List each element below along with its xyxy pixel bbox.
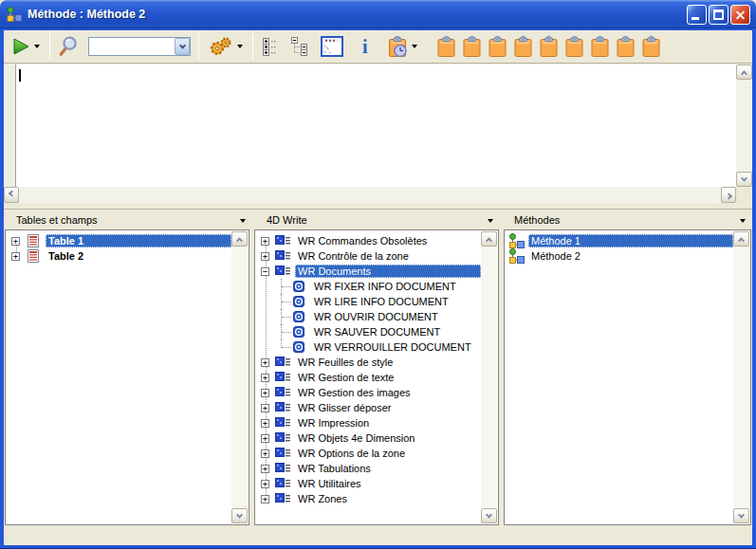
tree-item[interactable]: +Table 1 [7,233,231,248]
search-combobox[interactable] [88,37,191,56]
expander-plus-icon[interactable]: + [261,495,269,503]
combo-dropdown-button[interactable] [175,38,190,55]
panel-menu-arrow-icon[interactable] [488,219,493,223]
tree-item-label: Méthode 1 [528,234,733,247]
scroll-up-button[interactable] [733,231,749,247]
toolbar-separator [252,33,253,60]
tree-item[interactable]: +WR Objets 4e Dimension [256,430,481,446]
theme-icon [275,385,291,400]
expander-plus-icon[interactable]: + [261,434,269,443]
tree-item[interactable]: −WR Documents [256,264,481,279]
scroll-down-button[interactable] [231,508,248,523]
editor-horizontal-scrollbar[interactable] [4,187,736,203]
minimize-button[interactable] [687,5,707,25]
tree-item[interactable]: WR OUVRIR DOCUMENT [256,309,481,324]
tree-item[interactable]: +WR Glisser déposer [256,400,481,415]
tree-item[interactable]: +WR Tabulations [256,461,481,476]
panel-write: +WR Commandes Obsolètes+WR Contrôle de l… [254,229,499,525]
expand-all-button[interactable] [261,36,281,58]
window-content: i [4,28,752,545]
scroll-up-button[interactable] [481,231,497,247]
tree-item[interactable]: +WR Commandes Obsolètes [256,233,481,248]
close-button[interactable] [730,5,750,25]
run-method-button[interactable] [9,35,42,58]
close-icon [735,9,746,20]
form-window-button[interactable] [319,34,345,59]
expander-plus-icon[interactable]: + [11,252,20,261]
clipboard-button[interactable] [486,34,509,60]
macros-button[interactable] [207,34,245,59]
expander-plus-icon[interactable]: + [261,419,269,428]
expander-plus-icon[interactable]: + [261,252,269,261]
maximize-button[interactable] [709,5,728,25]
panel-scrollbar[interactable] [481,231,497,523]
theme-icon [275,400,291,415]
theme-icon [275,430,291,446]
scroll-up-button[interactable] [736,64,752,80]
clipboard-icon [436,36,456,58]
tree-gutter: + [256,434,275,443]
expander-plus-icon[interactable]: + [11,237,20,246]
panel-scrollbar[interactable] [231,231,248,523]
tree-item[interactable]: +Table 2 [7,248,231,264]
clipboard-icon [462,36,482,58]
expander-plus-icon[interactable]: + [261,389,269,397]
tree-item-label: WR OUVRIR DOCUMENT [311,310,481,323]
expander-plus-icon[interactable]: + [261,237,269,246]
clipboard-button[interactable] [614,34,637,60]
clipboard-button[interactable] [511,34,535,60]
editor-text-area[interactable] [17,64,736,187]
tree-item[interactable]: WR SAUVER DOCUMENT [256,324,481,339]
tree-item[interactable]: Méthode 1 [506,233,733,248]
expander-plus-icon[interactable]: + [261,465,269,473]
table-icon [26,248,42,264]
collapse-all-button[interactable] [288,35,311,58]
panel-scrollbar[interactable] [733,231,749,523]
expander-plus-icon[interactable]: + [261,358,269,367]
tree-item[interactable]: +WR Gestion des images [256,385,481,400]
tree-item[interactable]: WR FIXER INFO DOCUMENT [256,279,481,294]
expander-plus-icon[interactable]: + [261,449,269,458]
window-title: Méthode : Méthode 2 [28,8,687,21]
theme-icon [275,415,291,430]
chevron-left-icon [8,191,14,197]
scroll-right-button[interactable] [721,187,736,203]
tree-item[interactable]: +WR Zones [256,491,481,506]
scroll-down-button[interactable] [736,172,752,187]
clipboard-button[interactable] [588,34,612,60]
scroll-down-button[interactable] [733,508,749,523]
title-bar[interactable]: Méthode : Méthode 2 [0,0,756,28]
panel-menu-arrow-icon[interactable] [740,219,746,223]
clipboard-history-button[interactable] [385,34,419,60]
tree-branch [281,294,291,309]
scroll-left-button[interactable] [4,187,19,203]
tree-item[interactable]: +WR Contrôle de la zone [256,248,481,264]
tree-item[interactable]: WR LIRE INFO DOCUMENT [256,294,481,309]
expander-minus-icon[interactable]: − [261,267,269,276]
expander-plus-icon[interactable]: + [261,404,269,412]
clipboard-button[interactable] [460,34,484,60]
panel-menu-arrow-icon[interactable] [240,219,246,223]
tree-item[interactable]: +WR Utilitaires [256,476,481,491]
scroll-up-button[interactable] [231,231,248,247]
tree-item[interactable]: +WR Gestion de texte [256,370,481,385]
expander-plus-icon[interactable]: + [261,480,269,488]
info-button[interactable]: i [357,35,374,58]
clipboard-button[interactable] [537,34,561,60]
editor-vertical-scrollbar[interactable] [736,64,752,187]
tree-item[interactable]: Méthode 2 [506,248,733,264]
tree-item[interactable]: +WR Options de la zone [256,446,481,461]
tree-item[interactable]: +WR Feuilles de style [256,355,481,370]
clipboard-button[interactable] [562,34,586,60]
scroll-down-button[interactable] [481,508,497,523]
clipboard-button[interactable] [639,34,663,60]
tree-item-label: WR Glisser déposer [295,401,481,414]
clipboard-button[interactable] [434,34,458,60]
tree-item[interactable]: +WR Impression [256,415,481,430]
search-input[interactable] [89,38,175,55]
tree-item[interactable]: WR VERROUILLER DOCUMENT [256,339,481,355]
tree-item-label: WR VERROUILLER DOCUMENT [311,340,481,354]
scrollbar-corner [736,187,752,203]
method-editor[interactable] [4,64,752,203]
expander-plus-icon[interactable]: + [261,374,269,382]
